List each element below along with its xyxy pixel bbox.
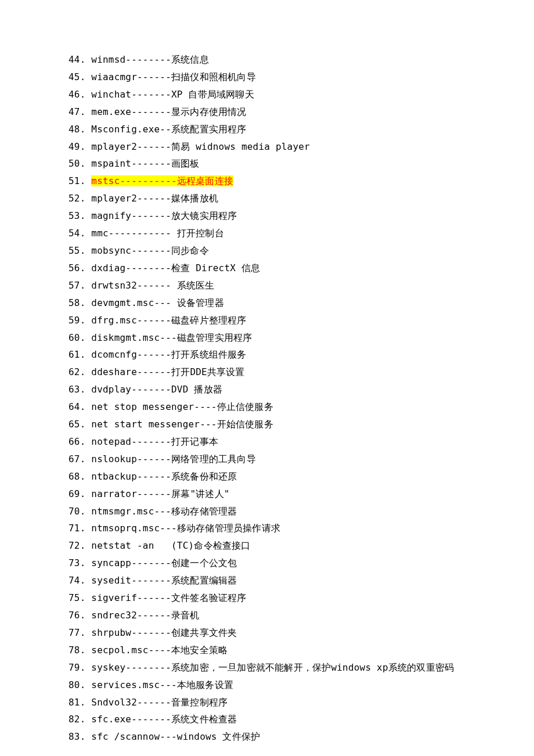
list-item: 73. syncapp-------创建一个公文包 bbox=[68, 555, 466, 572]
item-text: 46. winchat-------XP 自带局域网聊天 bbox=[68, 89, 254, 100]
item-text: 52. mplayer2------媒体播放机 bbox=[68, 193, 218, 204]
item-text: 65. net start messenger---开始信使服务 bbox=[68, 419, 273, 430]
item-text: 60. diskmgmt.msc---磁盘管理实用程序 bbox=[68, 332, 252, 343]
item-text: 47. mem.exe-------显示内存使用情况 bbox=[68, 106, 247, 117]
list-item: 80. services.msc---本地服务设置 bbox=[68, 676, 466, 694]
list-item: 83. sfc /scannow---windows 文件保护 bbox=[68, 728, 466, 746]
list-item: 61. dcomcnfg------打开系统组件服务 bbox=[68, 346, 466, 363]
item-text: 71. ntmsoprq.msc---移动存储管理员操作请求 bbox=[68, 523, 280, 534]
list-item: 64. net stop messenger----停止信使服务 bbox=[68, 398, 466, 416]
list-item: 48. Msconfig.exe--系统配置实用程序 bbox=[68, 121, 466, 138]
item-text: 58. devmgmt.msc--- 设备管理器 bbox=[68, 297, 224, 308]
item-text: 63. dvdplay-------DVD 播放器 bbox=[68, 384, 222, 395]
item-text: 69. narrator------屏幕"讲述人" bbox=[68, 488, 230, 499]
list-item: 79. syskey--------系统加密，一旦加密就不能解开，保护windo… bbox=[68, 659, 466, 676]
list-item: 82. sfc.exe-------系统文件检查器 bbox=[68, 711, 466, 728]
item-text: 81. Sndvol32------音量控制程序 bbox=[68, 697, 228, 708]
list-item: 57. drwtsn32------ 系统医生 bbox=[68, 277, 466, 294]
item-text: 77. shrpubw-------创建共享文件夹 bbox=[68, 627, 237, 638]
item-text: 82. sfc.exe-------系统文件检查器 bbox=[68, 714, 237, 725]
item-text: 50. mspaint-------画图板 bbox=[68, 158, 200, 169]
list-item: 65. net start messenger---开始信使服务 bbox=[68, 416, 466, 433]
list-item: 63. dvdplay-------DVD 播放器 bbox=[68, 381, 466, 398]
item-text: 64. net stop messenger----停止信使服务 bbox=[68, 401, 273, 412]
item-text: 59. dfrg.msc------磁盘碎片整理程序 bbox=[68, 315, 247, 326]
item-text: 70. ntmsmgr.msc---移动存储管理器 bbox=[68, 506, 237, 517]
item-text: 68. ntbackup------系统备份和还原 bbox=[68, 471, 237, 482]
list-item: 77. shrpubw-------创建共享文件夹 bbox=[68, 624, 466, 642]
item-text: 80. services.msc---本地服务设置 bbox=[68, 679, 233, 690]
item-text: 74. sysedit-------系统配置编辑器 bbox=[68, 575, 237, 586]
list-item: 74. sysedit-------系统配置编辑器 bbox=[68, 572, 466, 589]
list-item: 54. mmc----------- 打开控制台 bbox=[68, 225, 466, 242]
item-text: 76. sndrec32------录音机 bbox=[68, 610, 200, 621]
document-page: 44. winmsd--------系统信息45. wiaacmgr------… bbox=[0, 0, 534, 756]
item-text: 78. secpol.msc----本地安全策略 bbox=[68, 645, 228, 656]
item-text: 79. syskey--------系统加密，一旦加密就不能解开，保护windo… bbox=[68, 662, 454, 673]
list-item: 44. winmsd--------系统信息 bbox=[68, 51, 466, 69]
item-text: 54. mmc----------- 打开控制台 bbox=[68, 228, 224, 239]
item-number: 51. bbox=[68, 175, 91, 186]
list-item: 50. mspaint-------画图板 bbox=[68, 155, 466, 172]
list-item: 76. sndrec32------录音机 bbox=[68, 607, 466, 624]
item-text: 66. notepad-------打开记事本 bbox=[68, 436, 218, 447]
list-item: 56. dxdiag--------检查 DirectX 信息 bbox=[68, 260, 466, 277]
item-text: 53. magnify-------放大镜实用程序 bbox=[68, 210, 237, 221]
item-text: 55. mobsync-------同步命令 bbox=[68, 245, 209, 256]
list-item: 45. wiaacmgr------扫描仪和照相机向导 bbox=[68, 69, 466, 86]
item-text: 49. mplayer2------简易 widnows media playe… bbox=[68, 141, 310, 152]
list-item: 55. mobsync-------同步命令 bbox=[68, 242, 466, 260]
list-item: 72. netstat -an (TC)命令检查接口 bbox=[68, 537, 466, 555]
list-item: 81. Sndvol32------音量控制程序 bbox=[68, 694, 466, 711]
item-text: 62. ddeshare------打开DDE共享设置 bbox=[68, 366, 245, 377]
list-item: 70. ntmsmgr.msc---移动存储管理器 bbox=[68, 503, 466, 520]
item-text: 83. sfc /scannow---windows 文件保护 bbox=[68, 731, 260, 742]
list-item: 53. magnify-------放大镜实用程序 bbox=[68, 207, 466, 225]
item-text: 45. wiaacmgr------扫描仪和照相机向导 bbox=[68, 71, 256, 82]
list-item: 49. mplayer2------简易 widnows media playe… bbox=[68, 138, 466, 156]
list-item: 75. sigverif------文件签名验证程序 bbox=[68, 589, 466, 607]
item-text: 44. winmsd--------系统信息 bbox=[68, 54, 209, 65]
item-text: 61. dcomcnfg------打开系统组件服务 bbox=[68, 349, 247, 360]
item-text: 72. netstat -an (TC)命令检查接口 bbox=[68, 540, 251, 551]
list-item: 60. diskmgmt.msc---磁盘管理实用程序 bbox=[68, 329, 466, 347]
item-text: 48. Msconfig.exe--系统配置实用程序 bbox=[68, 124, 247, 135]
list-item: 47. mem.exe-------显示内存使用情况 bbox=[68, 103, 466, 121]
list-item: 52. mplayer2------媒体播放机 bbox=[68, 190, 466, 207]
list-item: 58. devmgmt.msc--- 设备管理器 bbox=[68, 294, 466, 312]
list-item: 78. secpol.msc----本地安全策略 bbox=[68, 642, 466, 659]
list-item: 59. dfrg.msc------磁盘碎片整理程序 bbox=[68, 312, 466, 329]
list-item: 69. narrator------屏幕"讲述人" bbox=[68, 485, 466, 503]
list-item: 51. mstsc----------远程桌面连接 bbox=[68, 172, 466, 190]
item-text: 56. dxdiag--------检查 DirectX 信息 bbox=[68, 262, 260, 273]
list-item: 66. notepad-------打开记事本 bbox=[68, 433, 466, 451]
item-text: 67. nslookup------网络管理的工具向导 bbox=[68, 453, 256, 465]
highlighted-text: mstsc----------远程桌面连接 bbox=[91, 175, 233, 186]
item-text: 75. sigverif------文件签名验证程序 bbox=[68, 592, 247, 603]
list-item: 62. ddeshare------打开DDE共享设置 bbox=[68, 363, 466, 381]
list-item: 68. ntbackup------系统备份和还原 bbox=[68, 468, 466, 485]
list-item: 71. ntmsoprq.msc---移动存储管理员操作请求 bbox=[68, 520, 466, 537]
item-text: 57. drwtsn32------ 系统医生 bbox=[68, 280, 215, 291]
item-text: 73. syncapp-------创建一个公文包 bbox=[68, 557, 237, 568]
list-item: 67. nslookup------网络管理的工具向导 bbox=[68, 451, 466, 468]
list-item: 46. winchat-------XP 自带局域网聊天 bbox=[68, 86, 466, 103]
